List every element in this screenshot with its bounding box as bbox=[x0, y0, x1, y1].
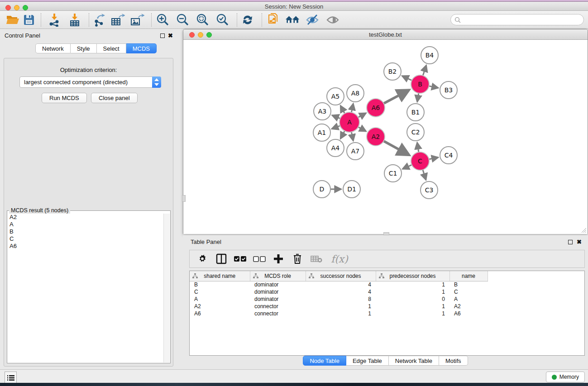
toolbar-separator bbox=[89, 13, 89, 27]
export-image-icon[interactable] bbox=[129, 13, 145, 27]
window-resize-grip[interactable] bbox=[581, 227, 587, 233]
search-icon bbox=[454, 17, 461, 23]
close-panel-icon[interactable]: ✖ bbox=[168, 32, 173, 39]
close-panel-icon[interactable]: ✖ bbox=[577, 238, 582, 245]
table-row[interactable]: Bdominator41B bbox=[190, 281, 488, 288]
graph-node-D1[interactable]: D1 bbox=[343, 180, 361, 198]
splitpane-grip-vertical[interactable] bbox=[182, 195, 186, 202]
zoom-selected-icon[interactable] bbox=[215, 13, 230, 27]
tab-network-table[interactable]: Network Table bbox=[389, 356, 439, 366]
mcds-result-item[interactable]: A6 bbox=[10, 243, 163, 250]
open-folder-icon[interactable] bbox=[5, 13, 20, 27]
column-header-predecessor-nodes[interactable]: predecessor nodes bbox=[376, 271, 449, 281]
tab-edge-table[interactable]: Edge Table bbox=[346, 356, 389, 366]
graph-node-A6[interactable]: A6 bbox=[366, 98, 385, 117]
show-graphics-icon[interactable] bbox=[325, 13, 340, 27]
hide-labels-icon[interactable] bbox=[305, 13, 320, 27]
tab-style[interactable]: Style bbox=[71, 43, 97, 53]
table-row[interactable]: Adominator80A bbox=[190, 295, 488, 303]
graph-node-C1[interactable]: C1 bbox=[384, 164, 402, 182]
graph-node-A4[interactable]: A4 bbox=[326, 139, 344, 157]
zoom-out-icon[interactable] bbox=[175, 13, 191, 27]
scrollbar[interactable] bbox=[163, 214, 170, 362]
control-panel-tabs: NetworkStyleSelectMCDS bbox=[35, 43, 157, 53]
graph-node-C2[interactable]: C2 bbox=[406, 123, 425, 141]
toolbar-separator bbox=[237, 13, 237, 27]
zoom-in-icon[interactable] bbox=[155, 13, 171, 27]
toolbar-separator bbox=[151, 13, 152, 27]
graph-node-B[interactable]: B bbox=[411, 75, 430, 94]
export-network-icon[interactable] bbox=[91, 13, 107, 27]
mcds-result-item[interactable]: C bbox=[10, 235, 163, 243]
float-panel-icon[interactable] bbox=[568, 240, 573, 244]
table-toolbar: f(x) bbox=[189, 250, 585, 268]
function-builder-icon[interactable]: f(x) bbox=[329, 253, 350, 265]
network-window-titlebar[interactable]: testGlobe.txt bbox=[183, 29, 588, 40]
select-all-icon[interactable] bbox=[234, 253, 247, 265]
column-header-name[interactable]: name bbox=[449, 271, 488, 281]
zoom-fit-icon[interactable] bbox=[195, 13, 210, 27]
graph-node-B2[interactable]: B2 bbox=[383, 62, 402, 81]
task-history-button[interactable] bbox=[5, 372, 17, 384]
close-panel-button[interactable]: Close panel bbox=[91, 93, 138, 103]
memory-button[interactable]: Memory bbox=[546, 372, 585, 382]
mcds-result-item[interactable]: B bbox=[10, 228, 163, 235]
column-header-successor-nodes[interactable]: successor nodes bbox=[306, 271, 376, 281]
table-settings-icon[interactable] bbox=[196, 253, 209, 265]
home-icon[interactable] bbox=[285, 13, 301, 27]
desktop-edge bbox=[0, 383, 588, 386]
network-canvas[interactable]: AA1A2A3A4A5A6A7A8BB1B2B3B4CC1C2C3C4DD1 bbox=[183, 40, 588, 234]
import-network-icon[interactable] bbox=[47, 13, 62, 27]
table-row[interactable]: Cdominator41C bbox=[190, 288, 488, 295]
network-window-title: testGlobe.txt bbox=[183, 31, 588, 38]
delete-column-icon[interactable] bbox=[291, 253, 304, 265]
graph-node-A5[interactable]: A5 bbox=[326, 87, 344, 105]
optimization-criterion-label: Optimization criterion: bbox=[4, 67, 173, 73]
add-column-icon[interactable] bbox=[272, 253, 285, 265]
memory-label: Memory bbox=[559, 374, 579, 380]
network-from-file-icon[interactable] bbox=[266, 13, 282, 27]
graph-node-C[interactable]: C bbox=[411, 152, 430, 171]
run-mcds-button[interactable]: Run MCDS bbox=[42, 93, 87, 103]
tab-motifs[interactable]: Motifs bbox=[439, 356, 468, 366]
deselect-all-icon[interactable] bbox=[253, 253, 266, 265]
graph-node-C3[interactable]: C3 bbox=[420, 181, 438, 199]
tab-node-table[interactable]: Node Table bbox=[303, 356, 346, 366]
graph-node-A[interactable]: A bbox=[339, 112, 360, 133]
criterion-dropdown[interactable]: largest connected component (directed) bbox=[19, 76, 161, 88]
search-input[interactable] bbox=[461, 17, 583, 23]
graph-node-A8[interactable]: A8 bbox=[346, 84, 364, 102]
table-panel-title: Table Panel bbox=[191, 238, 221, 245]
graph-node-B4[interactable]: B4 bbox=[421, 46, 439, 64]
graph-node-B3[interactable]: B3 bbox=[440, 81, 458, 99]
control-panel: Control Panel ✖ NetworkStyleSelectMCDS O… bbox=[0, 29, 177, 369]
graph-node-A3[interactable]: A3 bbox=[313, 102, 331, 120]
graph-node-A1[interactable]: A1 bbox=[313, 124, 331, 142]
import-table-icon[interactable] bbox=[67, 13, 82, 27]
mcds-result-item[interactable]: A2 bbox=[10, 214, 163, 221]
graph-node-D[interactable]: D bbox=[313, 180, 331, 198]
tab-network[interactable]: Network bbox=[35, 43, 71, 53]
delete-table-icon[interactable] bbox=[310, 253, 323, 265]
column-header-shared-name[interactable]: shared name bbox=[190, 271, 250, 281]
tab-select[interactable]: Select bbox=[97, 43, 126, 53]
graph-node-B1[interactable]: B1 bbox=[406, 103, 425, 121]
table-row[interactable]: A2connector11A2 bbox=[190, 303, 488, 310]
save-icon[interactable] bbox=[21, 13, 37, 27]
toolbar-separator bbox=[41, 13, 41, 27]
export-table-icon[interactable] bbox=[110, 13, 125, 27]
column-header-MCDS-role[interactable]: MCDS role bbox=[250, 271, 306, 281]
column-layout-icon[interactable] bbox=[215, 253, 228, 265]
search-field[interactable] bbox=[450, 14, 584, 25]
graph-node-A2[interactable]: A2 bbox=[366, 127, 385, 146]
graph-node-C4[interactable]: C4 bbox=[440, 146, 458, 164]
tab-mcds[interactable]: MCDS bbox=[126, 43, 157, 53]
float-panel-icon[interactable] bbox=[160, 33, 165, 38]
refresh-icon[interactable] bbox=[240, 13, 255, 27]
graph-node-A7[interactable]: A7 bbox=[346, 142, 364, 160]
table-row[interactable]: A6connector11A6 bbox=[190, 310, 488, 317]
mcds-result-item[interactable]: A bbox=[10, 221, 163, 228]
toolbar-separator bbox=[262, 13, 262, 27]
splitpane-grip-horizontal[interactable] bbox=[383, 232, 389, 235]
mcds-result-box: MCDS result (5 nodes) A2ABCA6 bbox=[7, 210, 171, 363]
